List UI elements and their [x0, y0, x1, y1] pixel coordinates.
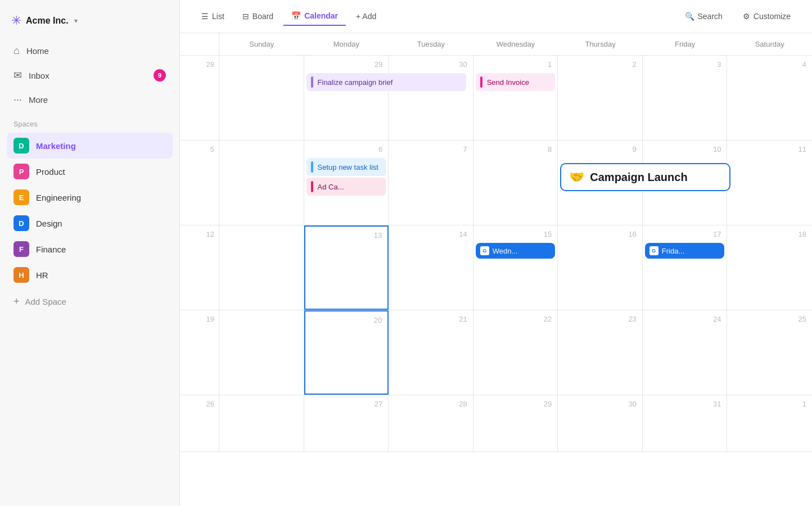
day-cell-thu-3[interactable]: 16 — [558, 225, 643, 310]
space-avatar-marketing: D — [13, 138, 29, 153]
add-space-button[interactable]: + Add Space — [0, 290, 179, 313]
day-cell-fri-4[interactable]: 24 — [643, 310, 728, 395]
day-num: 18 — [729, 228, 810, 241]
day-num: 4 — [729, 58, 810, 71]
sidebar-item-inbox[interactable]: ✉ Inbox 9 — [7, 64, 173, 87]
add-space-label: Add Space — [25, 297, 66, 306]
day-cell-mon-3-today[interactable]: 13 — [304, 225, 389, 310]
space-label-engineering: Engineering — [36, 193, 81, 202]
day-cell-sun-5[interactable] — [219, 395, 304, 451]
day-num: 24 — [645, 313, 725, 326]
day-cell-sun-3[interactable] — [219, 225, 304, 310]
day-cell-sat-2[interactable]: 11 — [727, 141, 812, 225]
day-cell-thu-1[interactable]: 2 — [558, 56, 643, 140]
day-cell-tue-4[interactable]: 21 — [389, 310, 473, 395]
day-cell-wed-3[interactable]: 15 G Wedn... — [473, 225, 558, 310]
day-cell-tue-1[interactable]: 30 — [389, 56, 473, 140]
sidebar: ✳ Acme Inc. ▾ ⌂ Home ✉ Inbox 9 ··· More … — [0, 0, 180, 506]
day-cell-sat-3[interactable]: 18 — [727, 225, 812, 310]
day-cell-thu-2[interactable]: 9 🤝 Campaign Launch — [558, 141, 643, 225]
day-cell-wed-4[interactable]: 22 — [473, 310, 558, 395]
day-cell-thu-4[interactable]: 23 — [558, 310, 643, 395]
day-num: 28 — [391, 397, 471, 410]
sidebar-item-product[interactable]: P Product — [7, 159, 173, 184]
event-send-invoice[interactable]: Send Invoice — [476, 73, 556, 91]
week-side-3: 12 — [180, 225, 219, 310]
event-finalize-campaign-brief[interactable]: Finalize campaign brief — [306, 73, 466, 91]
day-cell-mon-2[interactable]: 6 Setup new task list Ad Ca... — [304, 141, 389, 225]
day-cell-fri-5[interactable]: 31 — [643, 395, 728, 451]
add-button[interactable]: + Add — [348, 7, 384, 25]
customize-button[interactable]: ⚙ Customize — [735, 7, 799, 25]
list-view-button[interactable]: ☰ List — [193, 7, 232, 25]
day-cell-tue-3[interactable]: 14 — [389, 225, 473, 310]
event-dot — [311, 161, 313, 173]
space-avatar-design: D — [13, 215, 29, 231]
space-avatar-finance: F — [13, 241, 29, 257]
day-cell-thu-5[interactable]: 30 — [558, 395, 643, 451]
event-ad-campaign[interactable]: Ad Ca... — [306, 178, 386, 196]
day-num — [222, 397, 301, 402]
day-num: 27 — [306, 397, 386, 410]
day-cell-tue-2[interactable]: 7 — [389, 141, 473, 225]
event-campaign-launch[interactable]: 🤝 Campaign Launch — [560, 163, 730, 191]
day-num — [222, 58, 301, 62]
event-dot — [480, 76, 482, 88]
sidebar-item-more[interactable]: ··· More — [7, 88, 173, 111]
day-num: 22 — [476, 313, 556, 326]
day-cell-mon-4[interactable]: 20 — [304, 310, 389, 395]
day-cell-sat-4[interactable]: 25 — [727, 310, 812, 395]
day-cell-sun-2[interactable] — [219, 141, 304, 225]
week-row-1: 28 29 Finalize campaign brief 30 1 — [180, 56, 812, 141]
day-num: 2 — [560, 58, 640, 71]
day-num: 10 — [645, 143, 725, 156]
search-button[interactable]: 🔍 Search — [677, 7, 730, 25]
event-friday-gcal[interactable]: G Frida... — [645, 243, 725, 259]
calendar-view-button[interactable]: 📅 Calendar — [283, 7, 346, 26]
week-side-5: 26 — [180, 395, 219, 451]
day-num: 15 — [476, 228, 556, 241]
brand-button[interactable]: ✳ Acme Inc. ▾ — [0, 9, 179, 39]
sidebar-item-home[interactable]: ⌂ Home — [7, 39, 173, 62]
header-friday: Friday — [643, 33, 728, 55]
event-label: Setup new task list — [318, 163, 378, 171]
week-row-4: 19 20 21 22 23 24 25 — [180, 310, 812, 395]
calendar: Sunday Monday Tuesday Wednesday Thursday… — [180, 33, 812, 506]
day-cell-sat-5[interactable]: 1 — [727, 395, 812, 451]
day-cell-sun-4[interactable] — [219, 310, 304, 395]
day-cell-fri-3[interactable]: 17 G Frida... — [643, 225, 728, 310]
day-num: 16 — [560, 228, 640, 241]
week-side-4: 19 — [180, 310, 219, 395]
sidebar-item-engineering[interactable]: E Engineering — [7, 184, 173, 210]
day-num: 17 — [645, 228, 725, 241]
calendar-label: Calendar — [304, 11, 338, 20]
sidebar-item-design[interactable]: D Design — [7, 210, 173, 236]
day-cell-fri-1[interactable]: 3 — [643, 56, 728, 140]
day-num: 21 — [391, 313, 471, 326]
event-dot — [311, 76, 313, 88]
board-view-button[interactable]: ⊟ Board — [234, 7, 281, 25]
day-cell-wed-1[interactable]: 1 Send Invoice — [473, 56, 558, 140]
sidebar-item-hr[interactable]: H HR — [7, 262, 173, 288]
day-cell-sun-1[interactable] — [219, 56, 304, 140]
day-cell-wed-2[interactable]: 8 — [473, 141, 558, 225]
sidebar-item-marketing[interactable]: D Marketing — [7, 133, 173, 159]
space-avatar-hr: H — [13, 267, 29, 283]
space-avatar-product: P — [13, 164, 29, 179]
day-num: 29 — [476, 397, 556, 410]
day-cell-mon-5[interactable]: 27 — [304, 395, 389, 451]
event-wednesday-gcal[interactable]: G Wedn... — [476, 243, 556, 259]
day-cell-mon-1[interactable]: 29 Finalize campaign brief — [304, 56, 389, 140]
week-row-3: 12 13 14 15 G Wedn... — [180, 225, 812, 310]
sidebar-item-finance[interactable]: F Finance — [7, 236, 173, 262]
day-cell-tue-5[interactable]: 28 — [389, 395, 473, 451]
day-num: 31 — [645, 397, 725, 410]
inbox-icon: ✉ — [13, 69, 22, 82]
day-cell-wed-5[interactable]: 29 — [473, 395, 558, 451]
event-label: Campaign Launch — [590, 171, 687, 184]
spaces-label: Spaces — [0, 111, 179, 133]
gcal-icon: G — [649, 246, 658, 255]
day-num: 1 — [729, 397, 810, 410]
event-setup-new-task-list[interactable]: Setup new task list — [306, 158, 386, 176]
day-cell-sat-1[interactable]: 4 — [727, 56, 812, 140]
